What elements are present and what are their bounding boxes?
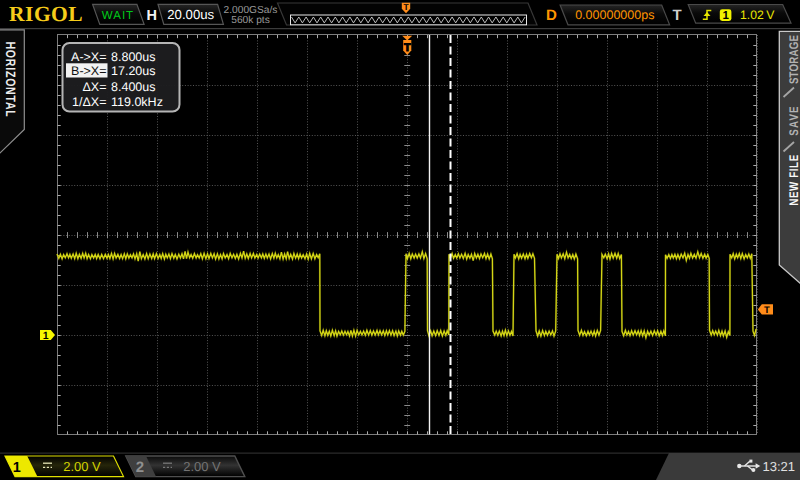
svg-text:STORAGE: STORAGE <box>787 35 800 84</box>
svg-text:1: 1 <box>13 460 21 476</box>
svg-text:T: T <box>404 2 410 12</box>
svg-text:1/ΔX=: 1/ΔX= <box>72 95 106 109</box>
svg-text:WAIT: WAIT <box>102 10 134 22</box>
svg-text:D: D <box>546 7 557 24</box>
svg-text:2.00 V: 2.00 V <box>183 459 221 474</box>
svg-text:ΔX=: ΔX= <box>83 80 107 94</box>
svg-text:0.00000000ps: 0.00000000ps <box>575 8 654 22</box>
svg-text:20.00us: 20.00us <box>167 7 214 22</box>
svg-text:8.400us: 8.400us <box>111 80 155 94</box>
svg-text:8.800us: 8.800us <box>111 50 155 64</box>
svg-text:2.000GSa/s: 2.000GSa/s <box>224 5 278 16</box>
svg-text:T: T <box>764 305 770 316</box>
svg-text:1.02 V: 1.02 V <box>740 8 775 22</box>
svg-text:2.00 V: 2.00 V <box>63 459 101 474</box>
svg-text:H: H <box>147 8 157 24</box>
svg-text:560k pts: 560k pts <box>231 15 270 26</box>
svg-text:2: 2 <box>136 459 144 476</box>
svg-text:119.0kHz: 119.0kHz <box>111 95 163 109</box>
svg-text:HORIZONTAL: HORIZONTAL <box>3 41 18 117</box>
svg-text:1: 1 <box>722 10 729 22</box>
svg-text:T: T <box>673 7 682 24</box>
svg-text:NEW FILE: NEW FILE <box>787 154 800 206</box>
svg-text:17.20us: 17.20us <box>111 64 155 78</box>
svg-text:A->X=: A->X= <box>71 50 106 64</box>
svg-text:13:21: 13:21 <box>763 459 796 474</box>
svg-text:B->X=: B->X= <box>71 64 106 78</box>
svg-text:1: 1 <box>43 330 49 342</box>
svg-text:SAVE: SAVE <box>787 105 800 136</box>
svg-text:RIGOL: RIGOL <box>9 2 83 26</box>
svg-text:T: T <box>404 42 411 54</box>
